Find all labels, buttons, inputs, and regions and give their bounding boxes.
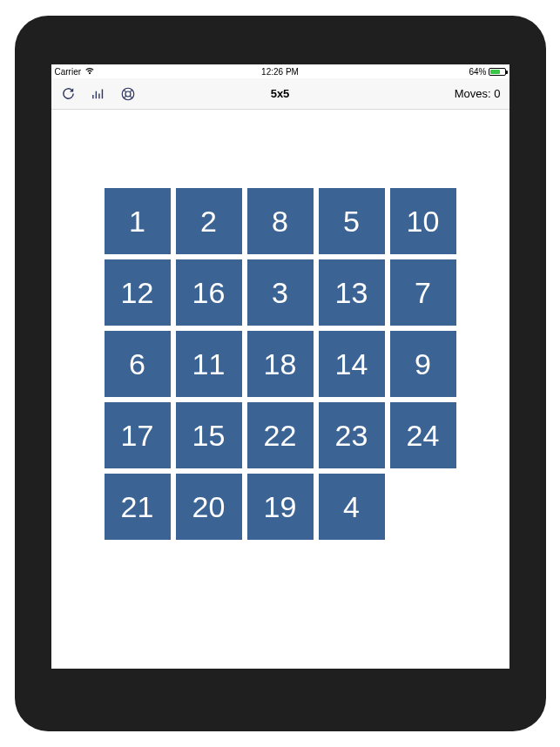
tile-10[interactable]: 10 bbox=[390, 188, 456, 254]
tile-9[interactable]: 9 bbox=[390, 331, 456, 397]
empty-slot bbox=[390, 474, 456, 540]
battery-icon bbox=[489, 68, 506, 76]
tile-22[interactable]: 22 bbox=[247, 402, 314, 468]
tile-23[interactable]: 23 bbox=[319, 402, 385, 468]
carrier-label: Carrier bbox=[55, 67, 82, 77]
refresh-button[interactable] bbox=[60, 85, 78, 103]
help-button[interactable] bbox=[119, 85, 137, 103]
tile-24[interactable]: 24 bbox=[390, 402, 456, 468]
battery-percent: 64% bbox=[469, 67, 486, 77]
stats-button[interactable] bbox=[90, 85, 107, 103]
svg-point-1 bbox=[125, 91, 131, 97]
refresh-icon bbox=[61, 86, 76, 101]
clock: 12:26 PM bbox=[261, 67, 299, 77]
tile-15[interactable]: 15 bbox=[176, 402, 242, 468]
tile-19[interactable]: 19 bbox=[247, 474, 314, 540]
tile-2[interactable]: 2 bbox=[176, 188, 242, 254]
page-title: 5x5 bbox=[271, 87, 290, 100]
tile-13[interactable]: 13 bbox=[319, 259, 385, 326]
tile-1[interactable]: 1 bbox=[105, 188, 171, 254]
game-area: 128510121631376111814917152223242120194 bbox=[51, 110, 509, 669]
nav-bar: 5x5 Moves: 0 bbox=[51, 78, 509, 110]
battery-fill bbox=[490, 70, 501, 74]
status-bar: Carrier 12:26 PM 64% bbox=[51, 64, 509, 78]
bar-chart-icon bbox=[91, 86, 105, 101]
tile-21[interactable]: 21 bbox=[105, 474, 171, 540]
tile-14[interactable]: 14 bbox=[319, 331, 385, 397]
tablet-frame: Carrier 12:26 PM 64% bbox=[15, 16, 546, 731]
wifi-icon bbox=[84, 67, 95, 77]
tile-3[interactable]: 3 bbox=[247, 259, 314, 326]
tile-18[interactable]: 18 bbox=[247, 331, 314, 397]
tile-20[interactable]: 20 bbox=[176, 474, 242, 540]
tile-6[interactable]: 6 bbox=[105, 331, 171, 397]
tile-8[interactable]: 8 bbox=[247, 188, 314, 254]
tile-11[interactable]: 11 bbox=[176, 331, 242, 397]
tile-7[interactable]: 7 bbox=[390, 259, 456, 326]
tile-4[interactable]: 4 bbox=[319, 474, 385, 540]
lifebuoy-icon bbox=[120, 86, 136, 102]
tile-12[interactable]: 12 bbox=[105, 259, 171, 326]
tile-17[interactable]: 17 bbox=[105, 402, 171, 468]
moves-counter: Moves: 0 bbox=[455, 87, 501, 100]
puzzle-grid: 128510121631376111814917152223242120194 bbox=[105, 188, 456, 540]
tile-16[interactable]: 16 bbox=[176, 259, 242, 326]
tile-5[interactable]: 5 bbox=[319, 188, 385, 254]
screen: Carrier 12:26 PM 64% bbox=[51, 64, 509, 669]
